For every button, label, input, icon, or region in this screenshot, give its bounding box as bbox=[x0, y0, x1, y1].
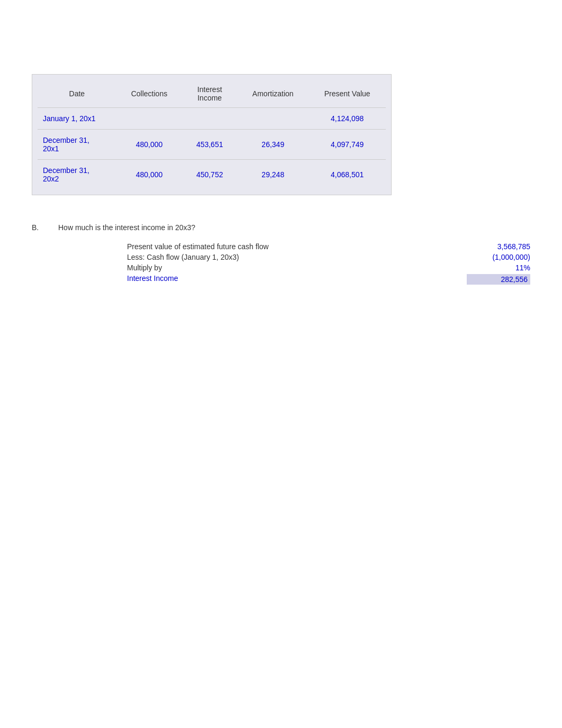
cell-amortization-2: 29,248 bbox=[237, 160, 309, 190]
section-b-label: B. bbox=[32, 223, 48, 232]
cell-amortization-1: 26,349 bbox=[237, 130, 309, 160]
col-header-date: Date bbox=[38, 80, 116, 108]
calc-row-0: Present value of estimated future cash f… bbox=[127, 242, 530, 251]
calc-row-2: Multiply by11% bbox=[127, 263, 530, 272]
table-row: December 31,20x2480,000450,75229,2484,06… bbox=[38, 160, 386, 190]
page-content: Date Collections InterestIncome Amortiza… bbox=[32, 74, 530, 285]
calc-label-2: Multiply by bbox=[127, 263, 467, 272]
col-header-amortization: Amortization bbox=[237, 80, 309, 108]
amortization-table-wrapper: Date Collections InterestIncome Amortiza… bbox=[32, 74, 392, 195]
cell-interest-2: 450,752 bbox=[182, 160, 237, 190]
cell-collections-2: 480,000 bbox=[116, 160, 182, 190]
calc-value-2: 11% bbox=[467, 263, 530, 272]
calc-table: Present value of estimated future cash f… bbox=[127, 242, 530, 285]
section-b: B. How much is the interest income in 20… bbox=[32, 223, 530, 285]
cell-amortization-0 bbox=[237, 108, 309, 130]
cell-interest-0 bbox=[182, 108, 237, 130]
col-header-present-value: Present Value bbox=[309, 80, 386, 108]
cell-present-value-2: 4,068,501 bbox=[309, 160, 386, 190]
amortization-table: Date Collections InterestIncome Amortiza… bbox=[38, 80, 386, 189]
cell-present-value-1: 4,097,749 bbox=[309, 130, 386, 160]
cell-date-0: January 1, 20x1 bbox=[38, 108, 116, 130]
cell-date-1: December 31,20x1 bbox=[38, 130, 116, 160]
calc-row-1: Less: Cash flow (January 1, 20x3)(1,000,… bbox=[127, 253, 530, 261]
calc-label-3: Interest Income bbox=[127, 274, 467, 285]
cell-interest-1: 453,651 bbox=[182, 130, 237, 160]
col-header-collections: Collections bbox=[116, 80, 182, 108]
cell-date-2: December 31,20x2 bbox=[38, 160, 116, 190]
calc-value-1: (1,000,000) bbox=[467, 253, 530, 261]
table-row: January 1, 20x14,124,098 bbox=[38, 108, 386, 130]
section-b-header: B. How much is the interest income in 20… bbox=[32, 223, 530, 232]
cell-collections-1: 480,000 bbox=[116, 130, 182, 160]
calc-label-0: Present value of estimated future cash f… bbox=[127, 242, 467, 251]
calc-label-1: Less: Cash flow (January 1, 20x3) bbox=[127, 253, 467, 261]
table-row: December 31,20x1480,000453,65126,3494,09… bbox=[38, 130, 386, 160]
calc-value-0: 3,568,785 bbox=[467, 242, 530, 251]
cell-present-value-0: 4,124,098 bbox=[309, 108, 386, 130]
section-b-question: How much is the interest income in 20x3? bbox=[58, 223, 195, 232]
calc-value-3: 282,556 bbox=[467, 274, 530, 285]
calc-row-3: Interest Income282,556 bbox=[127, 274, 530, 285]
cell-collections-0 bbox=[116, 108, 182, 130]
col-header-interest-income: InterestIncome bbox=[182, 80, 237, 108]
